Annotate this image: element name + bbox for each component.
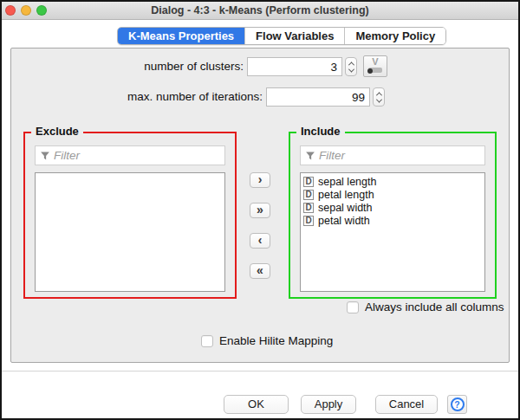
hilite-checkbox[interactable] (201, 335, 213, 347)
tab-kmeans-properties[interactable]: K-Means Properties (118, 28, 245, 44)
filter-funnel-icon (305, 151, 315, 161)
add-column-button[interactable]: › (250, 172, 270, 188)
always-include-checkbox[interactable] (347, 301, 359, 313)
remove-all-columns-button[interactable]: « (250, 263, 270, 279)
window-title: Dialog - 4:3 - k-Means (Perform clusteri… (151, 4, 368, 16)
column-type-icon: D (303, 203, 314, 213)
iterations-input[interactable] (266, 87, 370, 107)
include-filter-box (300, 145, 485, 165)
always-include-row: Always include all columns (347, 300, 504, 313)
hilite-label: Enable Hilite Mapping (219, 334, 333, 347)
flow-variable-port-dot (367, 68, 373, 74)
add-all-columns-button[interactable]: » (250, 203, 270, 218)
close-button[interactable] (5, 5, 16, 16)
include-list[interactable]: Dsepal lengthDpetal lengthDsepal widthDp… (300, 172, 485, 292)
flow-variable-icon: V (364, 56, 387, 67)
include-title: Include (296, 125, 345, 138)
remove-column-button[interactable]: ‹ (250, 233, 270, 249)
include-filter-input[interactable] (319, 149, 480, 162)
cancel-button[interactable]: Cancel (375, 395, 438, 414)
dialog-window: Dialog - 4:3 - k-Means (Perform clusteri… (0, 0, 520, 420)
column-type-icon: D (303, 177, 314, 187)
tab-memory-policy[interactable]: Memory Policy (345, 28, 445, 44)
include-panel: Include Dsepal lengthDpetal lengthDsepal… (289, 132, 497, 299)
always-include-label: Always include all columns (365, 300, 504, 313)
hilite-row: Enable Hilite Mapping (201, 334, 333, 347)
column-name: sepal length (318, 176, 376, 188)
apply-button[interactable]: Apply (301, 395, 356, 414)
clusters-label: number of clusters: (53, 57, 244, 76)
exclude-filter-input[interactable] (54, 149, 220, 162)
ok-button[interactable]: OK (224, 395, 289, 414)
zoom-button[interactable] (36, 5, 47, 16)
column-list-item[interactable]: Dpetal length (301, 188, 484, 201)
tab-flow-variables[interactable]: Flow Variables (245, 28, 345, 44)
column-name: petal length (318, 189, 374, 201)
exclude-panel: Exclude (23, 132, 237, 299)
iterations-label: max. number of iterations: (72, 87, 263, 107)
filter-funnel-icon (40, 151, 50, 161)
exclude-title: Exclude (31, 125, 83, 138)
column-type-icon: D (303, 190, 314, 200)
column-name: petal width (318, 215, 370, 227)
column-list-item[interactable]: Dpetal width (301, 214, 484, 227)
exclude-filter-box (35, 145, 225, 165)
footer-divider (2, 371, 518, 372)
tab-bar: K-Means Properties Flow Variables Memory… (117, 27, 446, 45)
spinner-down-icon (375, 96, 381, 102)
minimize-button[interactable] (21, 5, 31, 16)
exclude-list[interactable] (35, 172, 225, 292)
clusters-input[interactable] (247, 57, 342, 76)
traffic-lights (5, 5, 47, 16)
iterations-spinner[interactable] (373, 87, 385, 107)
spinner-down-icon (348, 66, 354, 72)
column-type-icon: D (303, 216, 314, 226)
column-name: sepal width (318, 202, 373, 214)
title-bar: Dialog - 4:3 - k-Means (Perform clusteri… (2, 2, 518, 20)
help-icon: ? (451, 397, 465, 411)
clusters-spinner[interactable] (345, 57, 357, 76)
column-list-item[interactable]: Dsepal width (301, 201, 484, 214)
column-list-item[interactable]: Dsepal length (301, 175, 484, 188)
help-button[interactable]: ? (447, 395, 467, 414)
flow-variable-button[interactable]: V (363, 55, 387, 77)
